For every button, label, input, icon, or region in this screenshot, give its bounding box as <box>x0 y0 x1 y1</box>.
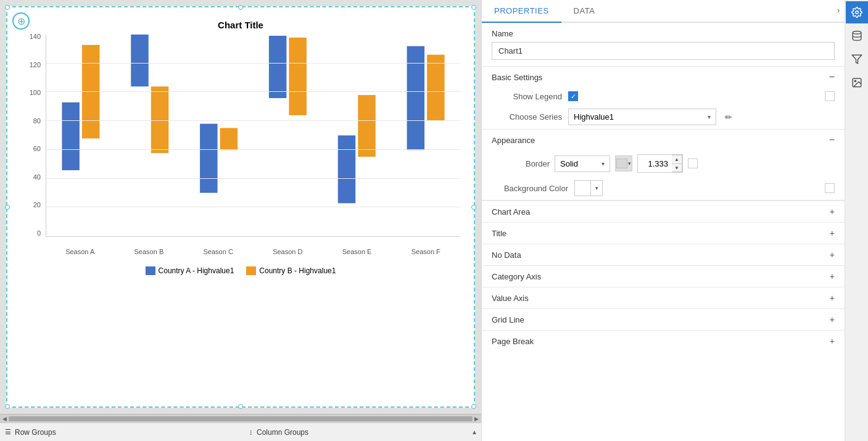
row-groups-section: ☰ Row Groups <box>0 428 237 437</box>
background-color-picker[interactable]: ▾ <box>574 180 603 196</box>
scroll-track[interactable] <box>9 416 473 421</box>
border-width-input[interactable] <box>638 155 672 172</box>
x-label-0: Season A <box>65 248 94 255</box>
show-legend-label: Show Legend <box>500 92 562 101</box>
scroll-left-arrow[interactable]: ◀ <box>2 416 7 422</box>
show-legend-checkbox[interactable] <box>568 91 578 101</box>
title-section[interactable]: Title + <box>482 222 845 244</box>
grid-lines <box>46 35 460 236</box>
y-label-5: 100 <box>30 89 41 96</box>
bg-color-swatch <box>575 181 591 196</box>
sidebar-filter-icon[interactable] <box>846 48 868 70</box>
spin-up-btn[interactable]: ▲ <box>672 155 682 163</box>
x-label-2: Season C <box>204 248 233 255</box>
panel-content: Name Basic Settings − Show Legend Choose… <box>482 23 845 441</box>
choose-series-dropdown[interactable]: Highvalue1 ▾ <box>568 109 716 125</box>
value-axis-label: Value Axis <box>492 294 529 303</box>
horizontal-scrollbar[interactable]: ◀ ▶ <box>0 414 481 422</box>
right-sidebar <box>845 0 868 441</box>
category-axis-section[interactable]: Category Axis + <box>482 265 845 287</box>
border-color-arrow: ▾ <box>628 160 631 167</box>
grid-line-1 <box>46 207 460 207</box>
grid-line-5 <box>46 91 460 92</box>
appearance-header[interactable]: Appearance − <box>482 130 845 150</box>
sidebar-image-settings-icon[interactable] <box>846 72 868 94</box>
grid-line-2 <box>46 178 460 179</box>
name-input[interactable] <box>492 42 835 60</box>
handle-bottom-right[interactable] <box>471 404 476 409</box>
sidebar-database-icon[interactable] <box>846 25 868 47</box>
handle-bottom-center[interactable] <box>238 404 243 409</box>
y-label-7: 140 <box>30 33 41 40</box>
border-color-swatch <box>616 159 627 168</box>
grid-line-section[interactable]: Grid Line + <box>482 308 845 330</box>
chart-container: ⊕ Chart Title 0 20 40 60 80 100 120 140 <box>0 0 481 441</box>
bg-color-checkbox[interactable] <box>825 183 835 193</box>
handle-top-left[interactable] <box>5 5 10 10</box>
border-width-spinners: ▲ ▼ <box>672 155 682 172</box>
background-color-row: Background Color ▾ <box>482 176 845 200</box>
svg-point-1 <box>853 31 861 35</box>
appearance-collapse-icon: − <box>829 134 835 146</box>
page-break-label: Page Break <box>492 337 534 346</box>
move-icon[interactable]: ⊕ <box>12 12 30 30</box>
chart-body: 0 20 40 60 80 100 120 140 <box>7 33 474 262</box>
border-checkbox[interactable] <box>688 159 698 168</box>
columns-icon: ⫶ <box>249 429 253 436</box>
svg-point-4 <box>854 80 856 81</box>
handle-bottom-left[interactable] <box>5 404 10 409</box>
name-label: Name <box>492 29 835 38</box>
border-style-dropdown[interactable]: Solid ▾ <box>555 155 610 172</box>
value-axis-section[interactable]: Value Axis + <box>482 287 845 308</box>
chart-legend: Country A - Highvalue1 Country B - Highv… <box>7 262 474 281</box>
spin-down-btn[interactable]: ▼ <box>672 163 682 171</box>
handle-top-center[interactable] <box>238 5 243 10</box>
page-break-section[interactable]: Page Break + <box>482 330 845 352</box>
y-label-4: 80 <box>33 118 41 125</box>
handle-top-right[interactable] <box>471 5 476 10</box>
tab-properties[interactable]: PROPERTIES <box>482 0 561 23</box>
choose-series-label: Choose Series <box>500 112 562 122</box>
category-axis-label: Category Axis <box>492 272 541 281</box>
chart-area-expand-icon: + <box>830 207 835 216</box>
x-label-4: Season E <box>342 248 372 255</box>
tab-data[interactable]: DATA <box>561 0 608 22</box>
show-legend-extra-checkbox[interactable] <box>825 91 835 101</box>
grid-line-3 <box>46 149 460 150</box>
grid-line-4 <box>46 120 460 121</box>
grid-line-6 <box>46 63 460 64</box>
border-style-value: Solid <box>560 159 578 168</box>
scroll-right-arrow[interactable]: ▶ <box>474 416 479 422</box>
y-label-0: 0 <box>37 230 41 237</box>
x-axis: Season A Season B Season C Season D Seas… <box>46 248 460 255</box>
grid-line-expand-icon: + <box>830 315 835 324</box>
border-width-input-group: ▲ ▼ <box>637 154 683 173</box>
legend-swatch-1 <box>246 266 256 275</box>
y-label-2: 40 <box>33 174 41 181</box>
collapse-arrow[interactable]: ▲ <box>471 429 477 435</box>
svg-marker-2 <box>852 55 861 64</box>
y-label-3: 60 <box>33 146 41 152</box>
series-value: Highvalue1 <box>574 112 614 122</box>
title-label: Title <box>492 229 506 238</box>
plot-area <box>46 35 460 237</box>
basic-settings-header[interactable]: Basic Settings − <box>482 67 845 88</box>
appearance-label: Appearance <box>492 136 535 145</box>
x-label-5: Season F <box>411 248 440 255</box>
legend-item-0: Country A - Highvalue1 <box>146 266 234 275</box>
y-axis: 0 20 40 60 80 100 120 140 <box>20 33 44 237</box>
edit-series-icon[interactable]: ✏ <box>722 110 735 125</box>
background-color-label: Background Color <box>500 184 568 193</box>
chevron-right-button[interactable]: › <box>832 0 845 22</box>
right-panel: PROPERTIES DATA › Name Basic Settings − … <box>481 0 845 441</box>
border-style-arrow: ▾ <box>601 160 605 167</box>
table-icon: ☰ <box>5 428 11 436</box>
border-color-picker[interactable]: ▾ <box>615 155 632 171</box>
bg-color-dropdown-arrow[interactable]: ▾ <box>591 181 602 196</box>
chart-area-section[interactable]: Chart Area + <box>482 200 845 222</box>
no-data-section[interactable]: No Data + <box>482 244 845 265</box>
column-groups-label: Column Groups <box>257 428 308 437</box>
column-groups-section: ⫶ Column Groups ▲ <box>237 428 481 437</box>
sidebar-gear-icon[interactable] <box>846 1 868 23</box>
chart-canvas: ⊕ Chart Title 0 20 40 60 80 100 120 140 <box>6 6 475 408</box>
